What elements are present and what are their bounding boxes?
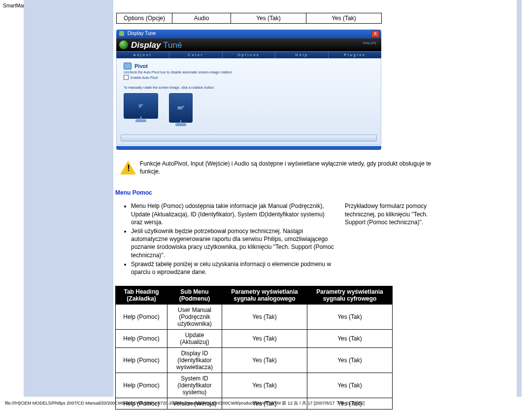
right-sidebar [517, 0, 522, 397]
app-banner: Display Tuné PHILIPS [116, 38, 381, 51]
rotate-90-label: 90° [177, 105, 184, 110]
banner-word-tune: Tuné [163, 40, 182, 50]
cell: Display ID (Identyfikator wyświetlacza) [167, 348, 222, 373]
cell-audio: Audio [172, 13, 231, 24]
cell: Help (Pomoc) [116, 348, 167, 373]
cell: Yes (Tak) [222, 330, 307, 348]
rotate-0-label: 0° [139, 103, 143, 108]
warning-exclam: ! [127, 163, 130, 173]
rotate-90-button[interactable]: 90° [169, 93, 193, 123]
titlebar-left: Display Tune [119, 31, 156, 36]
cell: Help (Pomoc) [116, 305, 167, 330]
bullet-1: Menu Help (Pomoc) udostępnia takie infor… [131, 202, 335, 226]
th-digital: Parametry wyświetlania sygnału cyfrowego [307, 286, 393, 305]
auto-pivot-checkbox[interactable] [124, 75, 129, 80]
titlebar-text: Display Tune [128, 31, 156, 36]
cell: Yes (Tak) [307, 348, 393, 373]
side-note: Przykładowy formularz pomocy technicznej… [345, 202, 433, 277]
tab-color[interactable]: Color [169, 52, 223, 59]
cell: User Manual (Podręcznik użytkownika) [167, 305, 222, 330]
footer-path: file:///H|/OEM MODELS/Philips 2007/CD Ma… [5, 400, 365, 407]
tab-help[interactable]: Help [275, 52, 329, 59]
tab-plugins[interactable]: Plugins [329, 52, 381, 59]
note-row: ! Funkcje AutoPivot, Input (Wejście) i A… [116, 160, 432, 175]
table-row: Help (Pomoc) Update (Aktualizuj) Yes (Ta… [116, 330, 393, 348]
options-audio-row: Options (Opcje) Audio Yes (Tak) Yes (Tak… [116, 13, 382, 24]
table-row: Help (Pomoc) User Manual (Podręcznik uży… [116, 305, 393, 330]
cell-options: Options (Opcje) [117, 13, 172, 24]
cell: Yes (Tak) [222, 305, 307, 330]
cell-digital: Yes (Tak) [306, 13, 382, 24]
panel-note: To manually rotate the screen image, cli… [124, 86, 374, 89]
close-icon[interactable]: X [371, 31, 379, 37]
cell: Yes (Tak) [307, 305, 393, 330]
window-footer [116, 146, 381, 150]
rotation-buttons: 0° 90° [124, 93, 374, 123]
cell: Yes (Tak) [222, 348, 307, 373]
panel-heading: Pivot [124, 63, 374, 69]
banner-word-display: Display [131, 40, 161, 50]
auto-pivot-label: Enable Auto Pivot [131, 76, 158, 79]
cell: Update (Aktualizuj) [167, 330, 222, 348]
th-sub-menu: Sub Menu (Podmenu) [167, 286, 222, 305]
bullet-3: Sprawdź tabelę poniżej w celu uzyskania … [131, 260, 335, 276]
auto-pivot-checkbox-row: Enable Auto Pivot [124, 75, 374, 80]
display-tune-screenshot: Display Tune X Display Tuné PHILIPS Adju… [116, 30, 381, 150]
table-row: Help (Pomoc) System ID (Identyfikator sy… [116, 373, 393, 398]
cell: Yes (Tak) [307, 330, 393, 348]
tab-adjust[interactable]: Adjust [116, 52, 169, 59]
cell: System ID (Identyfikator systemu) [167, 373, 222, 398]
rotate-0-button[interactable]: 0° [124, 93, 158, 119]
th-analog: Parametry wyświetlania sygnału analogowe… [222, 286, 307, 305]
banner-title: Display Tuné [131, 40, 182, 50]
two-column: Menu Help (Pomoc) udostępnia takie infor… [114, 202, 506, 277]
banner-brand: PHILIPS [363, 41, 376, 45]
cell: Help (Pomoc) [116, 373, 167, 398]
bullet-list: Menu Help (Pomoc) udostępnia takie infor… [114, 202, 335, 277]
help-submenu-table: Tab Heading (Zakładka) Sub Menu (Podmenu… [115, 286, 393, 410]
warning-icon: ! [116, 160, 140, 175]
cell: Help (Pomoc) [116, 330, 167, 348]
tab-options[interactable]: Options [223, 52, 276, 59]
left-sidebar [24, 0, 113, 397]
panel-bottom-bar [121, 135, 377, 141]
note-text: Funkcje AutoPivot, Input (Wejście) i Aud… [140, 160, 432, 175]
banner-logo-icon [119, 40, 128, 49]
panel-heading-text: Pivot [134, 63, 148, 69]
th-tab-heading: Tab Heading (Zakładka) [116, 286, 167, 305]
cell-analog: Yes (Tak) [231, 13, 306, 24]
table-row: Help (Pomoc) Display ID (Identyfikator w… [116, 348, 393, 373]
panel-subtext: Uncheck the Auto Pivot box to disable au… [124, 70, 374, 74]
cell: Yes (Tak) [307, 373, 393, 398]
app-icon [119, 31, 124, 36]
section-title: Menu Pomoc [115, 189, 506, 196]
window-titlebar: Display Tune X [116, 30, 381, 38]
pivot-icon [124, 63, 132, 69]
cell: Yes (Tak) [222, 373, 307, 398]
bullet-2: Jeśli użytkownik będzie potrzebował pomo… [131, 227, 335, 259]
content-area: Options (Opcje) Audio Yes (Tak) Yes (Tak… [114, 0, 506, 410]
pivot-panel: Pivot Uncheck the Auto Pivot box to disa… [116, 58, 381, 145]
